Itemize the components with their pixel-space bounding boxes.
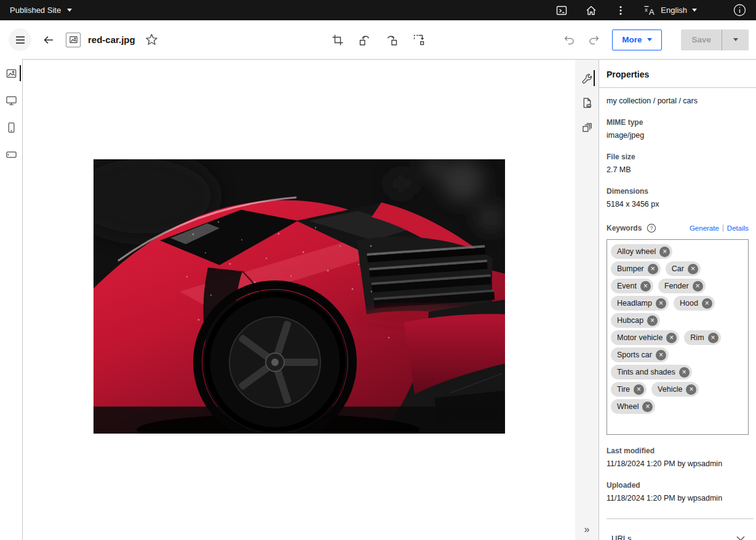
asset-preview-image <box>94 159 505 434</box>
save-button[interactable]: Save <box>681 30 722 50</box>
asset-canvas <box>23 59 575 540</box>
image-icon <box>69 35 78 44</box>
preview-image-button[interactable] <box>0 67 22 79</box>
keyword-tag: Motor vehicle× <box>611 330 679 345</box>
star-icon <box>145 33 158 46</box>
more-button[interactable]: More <box>612 30 662 50</box>
rotate-left-button[interactable] <box>357 33 372 47</box>
language-label: English <box>661 6 687 15</box>
keyword-tag-label: Hubcap <box>617 316 643 325</box>
keyword-tag-row: Tire×Vehicle× <box>611 382 744 397</box>
home-icon <box>585 4 597 17</box>
language-selector[interactable]: x A English <box>643 4 697 17</box>
overflow-menu-button[interactable] <box>613 2 629 18</box>
favorite-button[interactable] <box>144 32 159 47</box>
keyword-tag: Bumper× <box>611 261 661 276</box>
remove-keyword-icon[interactable]: × <box>656 350 666 360</box>
svg-text:x: x <box>645 6 648 12</box>
keyword-tag: Event× <box>611 279 653 293</box>
keyword-tags: Alloy wheel×Bumper×Car×Event×Fender×Head… <box>607 239 749 435</box>
remove-keyword-icon[interactable]: × <box>640 281 651 292</box>
properties-panel: Properties my collection / portal / cars… <box>599 59 756 540</box>
mime-type-value: image/jpeg <box>607 131 749 140</box>
svg-text:A: A <box>649 7 655 16</box>
main-area: » Properties my collection / portal / ca… <box>0 59 756 540</box>
last-modified-field: Last modified 11/18/2024 1:20 PM by wpsa… <box>607 447 749 468</box>
asset-toolbar: red-car.jpg <box>0 20 756 59</box>
remove-keyword-icon[interactable]: × <box>679 367 690 378</box>
preview-tablet-button[interactable] <box>0 121 22 133</box>
keyword-tag: Headlamp× <box>611 296 669 311</box>
save-options-button[interactable] <box>722 30 749 50</box>
preview-details-tool-button[interactable] <box>575 97 599 109</box>
properties-tool-button[interactable] <box>575 72 599 84</box>
dimensions-field: Dimensions 5184 x 3456 px <box>607 187 749 208</box>
undo-button[interactable] <box>562 33 576 47</box>
help-icon[interactable]: ? <box>647 223 656 233</box>
keywords-header: Keywords ? Generate Details <box>607 223 749 233</box>
keyword-tag-row: Headlamp×Hood× <box>611 296 744 311</box>
keyword-tag-label: Motor vehicle <box>617 333 662 342</box>
redo-icon <box>588 34 600 46</box>
keyword-tag: Fender× <box>658 279 706 293</box>
keyword-tag: Alloy wheel× <box>611 244 672 259</box>
info-icon <box>733 4 746 17</box>
remove-keyword-icon[interactable]: × <box>634 384 644 395</box>
remove-keyword-icon[interactable]: × <box>659 247 670 257</box>
console-icon <box>555 4 568 17</box>
keyword-tag: Rim× <box>684 330 720 345</box>
keyword-tag-row: Motor vehicle×Rim× <box>611 330 744 345</box>
dimensions-value: 5184 x 3456 px <box>607 200 749 208</box>
remove-keyword-icon[interactable]: × <box>688 264 698 274</box>
back-button[interactable] <box>41 33 56 47</box>
keyword-tag-row: Event×Fender× <box>611 279 744 293</box>
keyword-details-link[interactable]: Details <box>727 224 749 232</box>
keyword-tag-label: Tire <box>617 385 630 394</box>
rotate-right-button[interactable] <box>384 33 399 47</box>
image-edit-tools <box>330 33 426 47</box>
redo-button[interactable] <box>587 33 602 47</box>
urls-accordion[interactable]: URLs <box>599 519 756 540</box>
translate-icon: x A <box>643 4 656 17</box>
image-icon <box>6 68 17 79</box>
preview-mobile-landscape-button[interactable] <box>0 148 22 161</box>
properties-heading: Properties <box>599 60 756 88</box>
more-label: More <box>622 35 642 44</box>
collapse-panel-button[interactable]: » <box>584 524 590 535</box>
remove-keyword-icon[interactable]: × <box>642 402 653 412</box>
keyword-tag-label: Hood <box>680 299 698 308</box>
remove-keyword-icon[interactable]: × <box>702 298 712 309</box>
keyword-tag-row: Hubcap× <box>611 313 744 328</box>
remove-keyword-icon[interactable]: × <box>656 298 666 309</box>
document-preview-icon <box>581 97 593 109</box>
generate-keywords-link[interactable]: Generate <box>690 224 719 232</box>
keyword-tag-label: Event <box>617 282 637 290</box>
chevron-down-icon <box>736 536 745 540</box>
keyword-tag: Hubcap× <box>611 313 660 328</box>
site-switcher[interactable]: Published Site <box>10 6 72 15</box>
home-button[interactable] <box>583 2 599 18</box>
remove-keyword-icon[interactable]: × <box>648 264 658 274</box>
tablet-icon <box>6 122 17 133</box>
file-size-label: File size <box>607 153 749 161</box>
svg-text:?: ? <box>650 225 653 231</box>
remove-keyword-icon[interactable]: × <box>693 281 703 292</box>
remove-keyword-icon[interactable]: × <box>666 333 677 343</box>
versions-tool-button[interactable] <box>575 121 599 133</box>
uploaded-label: Uploaded <box>607 481 749 490</box>
keyword-tag-label: Car <box>672 264 684 273</box>
preview-desktop-button[interactable] <box>0 94 22 106</box>
keyword-tag-row: Wheel× <box>611 399 744 414</box>
info-button[interactable] <box>731 2 747 18</box>
crop-button[interactable] <box>330 33 345 47</box>
breadcrumb: my collection / portal / cars <box>607 97 749 105</box>
image-file-icon <box>66 33 81 47</box>
menu-button[interactable] <box>9 28 31 51</box>
open-console-button[interactable] <box>554 2 570 18</box>
remove-keyword-icon[interactable]: × <box>647 316 658 326</box>
remove-keyword-icon[interactable]: × <box>708 333 718 343</box>
resize-button[interactable] <box>412 33 426 47</box>
remove-keyword-icon[interactable]: × <box>686 384 696 395</box>
keyword-tag: Hood× <box>674 296 715 311</box>
keyword-tag-label: Sports car <box>617 351 652 359</box>
